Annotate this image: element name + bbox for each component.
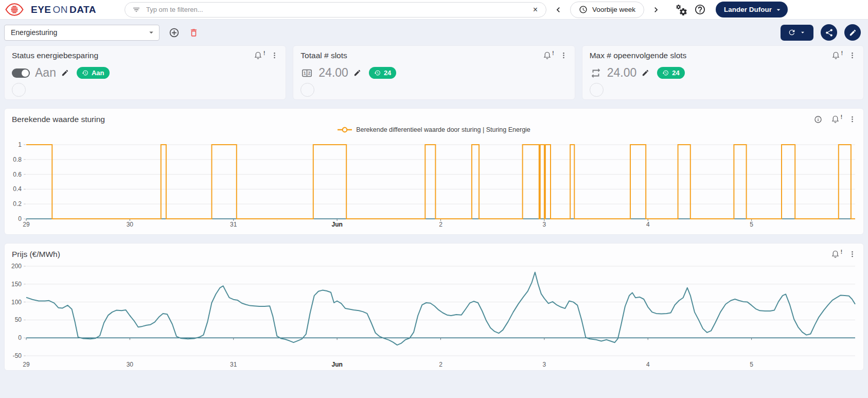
kebab-menu-icon[interactable] bbox=[848, 51, 856, 59]
kebab-menu-icon[interactable] bbox=[848, 250, 856, 258]
history-icon bbox=[662, 70, 669, 76]
numeric-slots-icon: 12 bbox=[300, 67, 313, 79]
svg-text:31: 31 bbox=[230, 361, 237, 368]
svg-text:30: 30 bbox=[127, 221, 134, 228]
drag-handle-circle[interactable] bbox=[590, 83, 604, 97]
info-icon[interactable] bbox=[814, 115, 822, 124]
bell-alert-icon[interactable]: ! bbox=[831, 250, 840, 258]
kebab-menu-icon[interactable] bbox=[560, 51, 568, 59]
bell-alert-icon[interactable]: ! bbox=[831, 115, 840, 124]
help-icon[interactable] bbox=[694, 4, 706, 15]
history-badge[interactable]: 24 bbox=[657, 67, 684, 79]
add-dashboard-button[interactable] bbox=[169, 27, 180, 38]
edit-value-icon[interactable] bbox=[61, 69, 69, 77]
chevron-down-icon bbox=[774, 6, 783, 14]
svg-text:2: 2 bbox=[439, 221, 442, 228]
drag-handle-circle[interactable] bbox=[300, 83, 314, 97]
max-slots-value: 24.00 bbox=[607, 66, 637, 80]
time-range-label: Voorbije week bbox=[592, 6, 635, 13]
filter-icon bbox=[132, 6, 140, 14]
history-icon bbox=[374, 70, 381, 76]
refresh-caret-icon bbox=[799, 29, 806, 36]
badge-value: 24 bbox=[384, 69, 391, 77]
history-icon bbox=[82, 70, 88, 76]
card-title: Max # opeenvolgende slots bbox=[590, 51, 687, 60]
search-input[interactable] bbox=[145, 5, 527, 14]
card-max-opeenvolgende-slots: Max # opeenvolgende slots ! 24.00 bbox=[582, 45, 864, 100]
user-menu-button[interactable]: Lander Dufour bbox=[716, 2, 788, 18]
clear-search-icon[interactable]: × bbox=[532, 6, 539, 14]
prijs-chart-canvas[interactable]: -50050100150200293031Jun2345 bbox=[5, 260, 863, 370]
svg-text:4: 4 bbox=[646, 221, 650, 228]
app-logo[interactable]: EYEONDATA bbox=[5, 3, 96, 16]
history-badge[interactable]: 24 bbox=[369, 67, 396, 79]
repeat-icon bbox=[590, 67, 602, 79]
bell-alert-icon[interactable]: ! bbox=[254, 51, 262, 60]
legend-marker-icon bbox=[338, 127, 352, 133]
svg-text:4: 4 bbox=[646, 361, 650, 368]
svg-text:-50: -50 bbox=[13, 352, 22, 359]
select-caret-icon bbox=[147, 28, 156, 37]
refresh-icon bbox=[788, 28, 796, 37]
kebab-menu-icon[interactable] bbox=[271, 51, 278, 59]
card-title: Totaal # slots bbox=[300, 51, 347, 60]
dashboard-select-value: Energiesturing bbox=[11, 28, 57, 37]
chart-title: Prijs (€/MWh) bbox=[12, 250, 60, 259]
badge-value: Aan bbox=[92, 69, 104, 77]
refresh-button[interactable] bbox=[781, 25, 813, 41]
drag-handle-circle[interactable] bbox=[12, 83, 26, 97]
chart-title: Berekende waarde sturing bbox=[12, 115, 105, 124]
history-badge[interactable]: Aan bbox=[77, 67, 110, 79]
time-range-selector[interactable]: Voorbije week bbox=[570, 2, 644, 18]
svg-text:1: 1 bbox=[18, 141, 22, 148]
card-title: Status energiebesparing bbox=[12, 51, 98, 60]
edit-dashboard-button[interactable] bbox=[844, 24, 861, 41]
app-title: EYEONDATA bbox=[31, 4, 96, 15]
svg-text:0.8: 0.8 bbox=[13, 156, 22, 163]
slots-value: 24.00 bbox=[318, 66, 348, 80]
svg-text:2: 2 bbox=[308, 71, 311, 76]
svg-text:Jun: Jun bbox=[331, 221, 342, 228]
svg-text:30: 30 bbox=[127, 361, 134, 368]
status-toggle[interactable] bbox=[12, 68, 30, 78]
user-name: Lander Dufour bbox=[724, 6, 772, 13]
bell-alert-icon[interactable]: ! bbox=[831, 51, 840, 60]
legend-sturing-energie[interactable]: Berekende differentieel waarde door stur… bbox=[5, 126, 863, 133]
edit-value-icon[interactable] bbox=[353, 69, 361, 77]
svg-text:200: 200 bbox=[11, 263, 22, 270]
svg-text:0.6: 0.6 bbox=[13, 171, 22, 178]
card-status-energiebesparing: Status energiebesparing ! Aan Aan bbox=[4, 45, 286, 100]
clock-icon bbox=[579, 5, 588, 14]
previous-period-icon[interactable] bbox=[553, 5, 563, 15]
svg-text:2: 2 bbox=[439, 361, 442, 368]
svg-text:31: 31 bbox=[230, 221, 237, 228]
sturing-chart-canvas[interactable]: 00.20.40.60.81293031Jun2345 bbox=[5, 133, 863, 234]
settings-gears-icon[interactable] bbox=[675, 4, 687, 16]
svg-text:Jun: Jun bbox=[331, 361, 342, 368]
badge-value: 24 bbox=[672, 69, 679, 77]
svg-text:29: 29 bbox=[23, 361, 30, 368]
svg-text:50: 50 bbox=[15, 316, 22, 323]
svg-text:3: 3 bbox=[543, 361, 546, 368]
pencil-icon bbox=[849, 29, 857, 37]
svg-text:5: 5 bbox=[750, 361, 753, 368]
svg-text:0: 0 bbox=[18, 215, 22, 222]
filter-search[interactable]: × bbox=[125, 2, 546, 18]
next-period-icon[interactable] bbox=[651, 5, 661, 15]
share-button[interactable] bbox=[821, 24, 837, 41]
bell-alert-icon[interactable]: ! bbox=[543, 51, 552, 60]
svg-text:0: 0 bbox=[18, 334, 22, 341]
edit-value-icon[interactable] bbox=[642, 69, 649, 77]
status-value: Aan bbox=[35, 66, 56, 80]
eye-logo-icon bbox=[5, 3, 24, 16]
svg-text:1: 1 bbox=[304, 71, 306, 76]
legend-label: Berekende differentieel waarde door stur… bbox=[356, 126, 530, 133]
svg-text:100: 100 bbox=[11, 299, 22, 306]
svg-text:3: 3 bbox=[543, 221, 546, 228]
dashboard-toolbar: Energiesturing bbox=[0, 20, 868, 45]
kebab-menu-icon[interactable] bbox=[848, 115, 856, 123]
top-header: EYEONDATA × Voorbije week Lander Dufour bbox=[0, 0, 868, 20]
card-prijs: Prijs (€/MWh) ! -50050100150200293031Jun… bbox=[4, 243, 864, 371]
dashboard-select[interactable]: Energiesturing bbox=[4, 25, 160, 41]
delete-dashboard-button[interactable] bbox=[189, 28, 199, 38]
